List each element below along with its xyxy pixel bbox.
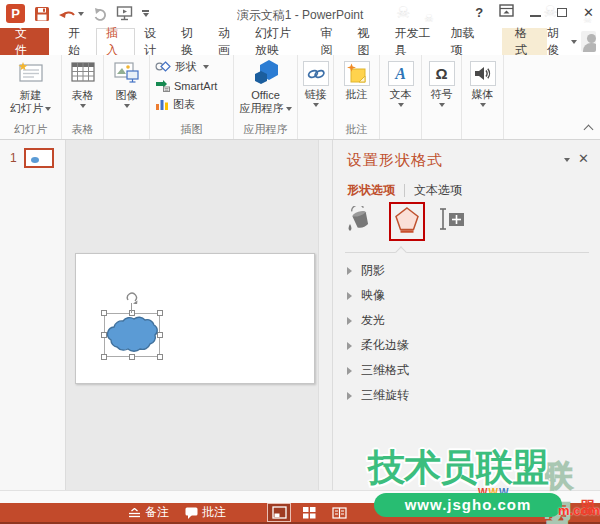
dropdown-arrow-icon: [286, 107, 292, 111]
shapes-button[interactable]: 形状: [150, 57, 233, 76]
text-button[interactable]: A 文本: [380, 55, 421, 107]
omega-icon: Ω: [429, 61, 455, 86]
tab-transitions[interactable]: 切换: [172, 28, 209, 55]
group-tables: 表格 表格: [62, 55, 104, 139]
comment-button[interactable]: 批注: [334, 55, 379, 101]
slide-sorter-view-button[interactable]: [298, 504, 320, 521]
office-apps-button[interactable]: Office 应用程序: [234, 55, 297, 115]
group-illustrations: 形状 SmartArt 图表 插图: [150, 55, 234, 139]
tab-addins[interactable]: 加载项: [442, 28, 489, 55]
pentagon-effects-icon: [394, 206, 420, 234]
normal-view-button[interactable]: [268, 504, 290, 521]
group-links: 链接: [298, 55, 334, 139]
table-button[interactable]: 表格: [62, 55, 103, 108]
group-images: 图像: [104, 55, 150, 139]
dropdown-arrow-icon: [439, 103, 445, 107]
new-slide-button[interactable]: 新建 幻灯片: [0, 55, 61, 115]
chart-icon: [155, 98, 169, 111]
section-3d-format[interactable]: 三维格式: [347, 358, 577, 383]
office-apps-icon: [234, 58, 297, 86]
section-reflection[interactable]: 映像: [347, 283, 577, 308]
group-text: A 文本: [380, 55, 422, 139]
tab-developer[interactable]: 开发工具: [386, 28, 442, 55]
speaker-icon: [470, 61, 496, 86]
smartart-icon: [155, 79, 170, 92]
reading-view-button[interactable]: [328, 504, 350, 521]
tab-format-contextual[interactable]: 格式: [502, 28, 547, 55]
group-symbols: Ω 符号: [422, 55, 462, 139]
group-label-tables: 表格: [62, 122, 103, 137]
group-label-illustrations: 插图: [150, 122, 233, 137]
rotation-handle-stem: [131, 303, 132, 313]
tab-design[interactable]: 设计: [135, 28, 172, 55]
group-slides: 新建 幻灯片 幻灯片: [0, 55, 62, 139]
symbol-button[interactable]: Ω 符号: [422, 55, 461, 107]
pane-close-icon[interactable]: ✕: [578, 151, 589, 166]
user-avatar[interactable]: [581, 31, 596, 52]
tab-text-options[interactable]: 文本选项: [414, 182, 462, 199]
tab-review[interactable]: 审阅: [312, 28, 349, 55]
pane-options-icon[interactable]: [564, 158, 570, 162]
dropdown-arrow-icon: [480, 103, 486, 107]
effects-icon-annotated[interactable]: [389, 202, 425, 241]
media-button[interactable]: 媒体: [462, 55, 503, 107]
group-label-apps: 应用程序: [234, 122, 297, 137]
slide-1-thumbnail[interactable]: [24, 148, 54, 168]
group-label-slides: 幻灯片: [0, 122, 61, 137]
expander-icon: [347, 317, 352, 325]
section-divider: [345, 252, 589, 253]
fill-line-icon[interactable]: [347, 202, 375, 241]
dropdown-arrow-icon: [124, 104, 130, 108]
ribbon-spacer: [504, 55, 600, 139]
text-a-icon: A: [388, 61, 414, 86]
smartart-button[interactable]: SmartArt: [150, 76, 233, 95]
section-soft-edges[interactable]: 柔化边缘: [347, 333, 577, 358]
section-3d-rotation[interactable]: 三维旋转: [347, 383, 577, 408]
minimize-icon[interactable]: [530, 15, 541, 17]
comment-note-icon: [344, 61, 370, 86]
images-button[interactable]: 图像: [104, 55, 149, 108]
tab-animations[interactable]: 动画: [209, 28, 246, 55]
account-menu[interactable]: 胡俊: [547, 28, 600, 55]
tab-slideshow[interactable]: 幻灯片放映: [246, 28, 312, 55]
table-icon: [62, 58, 103, 86]
tab-shape-options[interactable]: 形状选项: [347, 182, 395, 199]
expander-icon: [347, 342, 352, 350]
user-name: 胡俊: [547, 25, 565, 59]
group-label-comments: 批注: [334, 122, 379, 137]
vertical-scrollbar[interactable]: [318, 140, 332, 490]
help-icon[interactable]: ?: [475, 5, 483, 20]
group-apps: Office 应用程序 应用程序: [234, 55, 298, 139]
group-media: 媒体: [462, 55, 504, 139]
expander-icon: [347, 292, 352, 300]
link-button[interactable]: 链接: [298, 55, 333, 107]
notes-button[interactable]: 备注: [128, 504, 169, 521]
section-shadow[interactable]: 阴影: [347, 258, 577, 283]
cloud-shape[interactable]: [105, 314, 159, 356]
dropdown-arrow-icon: [398, 103, 404, 107]
image-icon: [104, 58, 149, 86]
watermark-url-pill: www.jsgho.com: [374, 493, 562, 517]
tab-home[interactable]: 开始: [59, 28, 96, 55]
expander-icon: [347, 367, 352, 375]
watermark-red-glyph: 盟: [580, 498, 595, 517]
comment-bubble-icon: [185, 507, 198, 519]
rotation-handle[interactable]: [125, 291, 139, 304]
tab-file[interactable]: 文件: [0, 28, 49, 55]
comments-button[interactable]: 批注: [185, 504, 226, 521]
group-comments: 批注 批注: [334, 55, 380, 139]
close-icon[interactable]: ✕: [583, 5, 594, 20]
section-glow[interactable]: 发光: [347, 308, 577, 333]
ribbon-display-options-icon[interactable]: [499, 4, 514, 20]
dropdown-arrow-icon: [80, 104, 86, 108]
chart-button[interactable]: 图表: [150, 95, 233, 114]
title-bar: ☠ ☠ ☠ ☠ 演示文稿1 - PowerPoint ? ✕: [0, 0, 600, 28]
format-shape-pane: 设置形状格式 ✕ 形状选项 文本选项 阴影 映像 发光 柔化边缘 三维格式 三维…: [332, 140, 600, 490]
tab-insert[interactable]: 插入: [96, 28, 135, 55]
size-properties-icon[interactable]: [439, 202, 467, 241]
tab-view[interactable]: 视图: [349, 28, 386, 55]
dropdown-arrow-icon: [313, 103, 319, 107]
collapse-ribbon-icon[interactable]: [584, 125, 594, 135]
maximize-icon[interactable]: [557, 8, 567, 17]
ribbon-insert: 新建 幻灯片 幻灯片 表格 表格 图像 形状: [0, 55, 600, 140]
